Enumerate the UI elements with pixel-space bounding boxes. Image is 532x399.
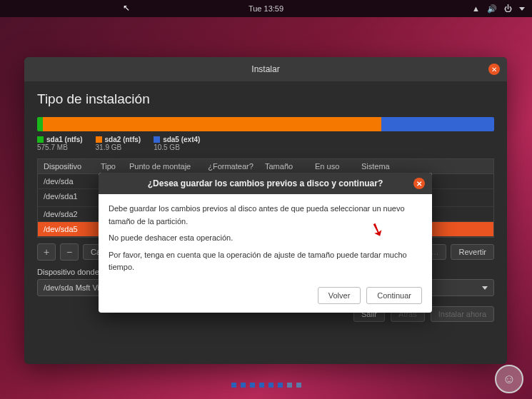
dialog-title: ¿Desea guardar los cambios previos a dis… — [99, 173, 432, 194]
clock[interactable]: Tue 13:59 — [249, 4, 283, 13]
power-icon[interactable]: ⏻ — [504, 4, 512, 13]
dialog-body: Debe guardar los cambios previos al disc… — [99, 194, 432, 287]
page-title: Tipo de instalación — [37, 91, 494, 107]
confirm-dialog: ¿Desea guardar los cambios previos a dis… — [99, 173, 432, 313]
install-now-button[interactable]: Instalar ahora — [431, 306, 494, 322]
volver-button[interactable]: Volver — [318, 287, 361, 304]
close-icon[interactable]: ✕ — [488, 64, 500, 75]
legend-item: sda1 (ntfs)575.7 MB — [37, 136, 83, 151]
watermark-icon: ☺ — [495, 365, 523, 393]
chevron-down-icon — [482, 286, 488, 290]
add-partition-button[interactable]: + — [37, 243, 56, 261]
legend-item: sda2 (ntfs)31.9 GB — [96, 136, 141, 151]
partition-bar — [37, 117, 494, 131]
table-header: Dispositivo Tipo Punto de montaje ¿Forma… — [38, 159, 493, 174]
network-icon[interactable]: ▲ — [472, 4, 480, 13]
sound-icon[interactable]: 🔊 — [487, 4, 497, 14]
legend-item: sda5 (ext4)10.5 GB — [154, 136, 200, 151]
remove-partition-button[interactable]: − — [60, 243, 79, 261]
partition-legend: sda1 (ntfs)575.7 MBsda2 (ntfs)31.9 GBsda… — [37, 136, 494, 151]
system-topbar: Tue 13:59 ▲ 🔊 ⏻ — [0, 0, 532, 17]
chevron-down-icon[interactable] — [519, 7, 525, 11]
partition-seg-sda1[interactable] — [37, 117, 43, 131]
partition-seg-sda5[interactable] — [381, 117, 494, 131]
window-title: Instalar — [251, 64, 279, 74]
revert-button[interactable]: Revertir — [451, 244, 494, 260]
continuar-button[interactable]: Continuar — [366, 287, 422, 304]
window-titlebar: Instalar ✕ — [24, 57, 507, 81]
step-indicator — [231, 383, 301, 388]
partition-seg-sda2[interactable] — [43, 117, 381, 131]
close-icon[interactable]: ✕ — [413, 178, 425, 189]
